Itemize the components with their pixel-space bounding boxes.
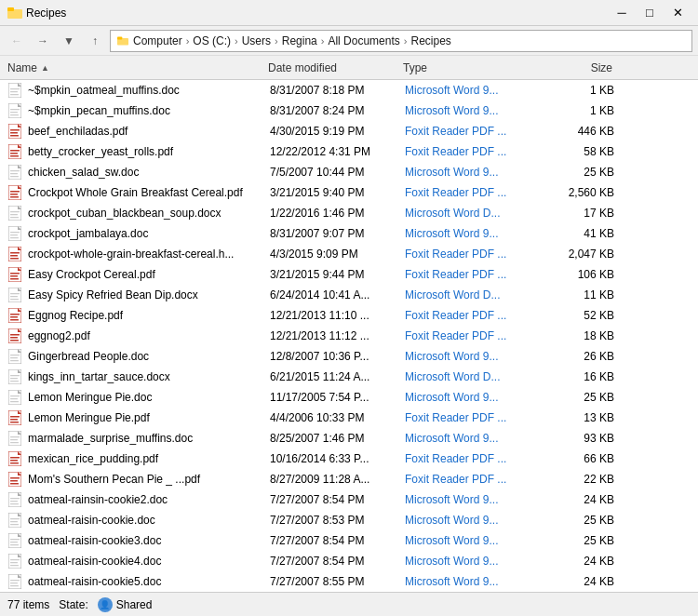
svg-rect-56 — [10, 293, 20, 294]
file-size: 1 KB — [540, 104, 614, 117]
svg-rect-71 — [10, 355, 20, 355]
table-row[interactable]: Crockpot Whole Grain Breakfast Cereal.pd… — [0, 182, 698, 203]
table-row[interactable]: oatmeal-raisin-cookie5.doc7/27/2007 8:55… — [0, 571, 698, 592]
table-row[interactable]: mexican_rice_pudding.pdf10/16/2014 6:33 … — [0, 449, 698, 469]
file-date: 12/8/2007 10:36 P... — [270, 350, 405, 363]
table-row[interactable]: ~$mpkin_oatmeal_muffins.doc8/31/2007 8:1… — [0, 80, 698, 100]
recent-button[interactable]: ▼ — [58, 30, 80, 52]
file-type: Foxit Reader PDF ... — [405, 248, 540, 261]
svg-rect-11 — [10, 109, 20, 110]
svg-rect-103 — [10, 483, 19, 485]
maximize-button[interactable]: □ — [637, 3, 663, 23]
address-alldocs[interactable]: All Documents — [328, 34, 399, 47]
table-row[interactable]: chicken_salad_sw.doc7/5/2007 10:44 PMMic… — [0, 162, 698, 182]
table-row[interactable]: Eggnog Recipe.pdf12/21/2013 11:10 ...Fox… — [0, 305, 698, 326]
folder-address-icon — [116, 35, 129, 47]
file-size: 25 KB — [540, 391, 614, 404]
svg-rect-106 — [10, 498, 20, 499]
address-recipes[interactable]: Recipes — [410, 34, 450, 47]
svg-rect-28 — [10, 176, 19, 177]
file-name: mexican_rice_pudding.pdf — [28, 452, 270, 465]
svg-rect-61 — [10, 314, 20, 315]
state-icon: 👤 — [98, 597, 113, 612]
svg-rect-123 — [10, 565, 19, 566]
svg-rect-42 — [10, 234, 18, 235]
file-size: 106 KB — [540, 268, 614, 281]
table-row[interactable]: oatmeal-raisin-cookie3.doc7/27/2007 8:54… — [0, 530, 698, 551]
file-size: 41 KB — [540, 227, 614, 240]
svg-rect-41 — [10, 232, 20, 233]
svg-rect-13 — [10, 114, 19, 115]
svg-rect-93 — [10, 442, 19, 443]
svg-rect-116 — [10, 539, 20, 540]
status-bar: 77 items State: 👤 Shared — [0, 592, 698, 616]
table-row[interactable]: eggnog2.pdf12/21/2013 11:12 ...Foxit Rea… — [0, 326, 698, 346]
table-row[interactable]: oatmeal-rainsin-cookie2.doc7/27/2007 8:5… — [0, 489, 698, 510]
svg-rect-107 — [10, 501, 18, 502]
col-header-size[interactable]: Size — [538, 61, 612, 74]
file-date: 4/30/2015 9:19 PM — [270, 125, 405, 138]
table-row[interactable]: kings_inn_tartar_sauce.docx6/21/2015 11:… — [0, 367, 698, 387]
svg-rect-87 — [10, 419, 18, 421]
table-row[interactable]: crockpot-whole-grain-breakfast-cereal.h.… — [0, 244, 698, 264]
col-header-name[interactable]: Name ▲ — [7, 61, 268, 74]
table-row[interactable]: oatmeal-raisin-cookie.doc7/27/2007 8:53 … — [0, 510, 698, 530]
address-drive[interactable]: OS (C:) — [193, 34, 231, 47]
table-row[interactable]: Mom's Southern Pecan Pie _ ...pdf8/27/20… — [0, 469, 698, 489]
minimize-button[interactable]: ─ — [609, 3, 635, 23]
address-users[interactable]: Users — [242, 34, 271, 47]
col-header-type[interactable]: Type — [403, 61, 538, 74]
address-regina[interactable]: Regina — [282, 34, 317, 47]
file-date: 12/21/2013 11:10 ... — [270, 309, 405, 322]
svg-rect-27 — [10, 173, 18, 174]
svg-rect-83 — [10, 401, 19, 402]
file-date: 3/21/2015 9:40 PM — [270, 186, 405, 199]
table-row[interactable]: betty_crocker_yeast_rolls.pdf12/22/2012 … — [0, 141, 698, 162]
up-button[interactable]: ↑ — [84, 30, 106, 52]
file-name: crockpot_cuban_blackbean_soup.docx — [28, 207, 270, 220]
file-date: 7/27/2007 8:53 PM — [270, 514, 405, 527]
file-size: 24 KB — [540, 575, 614, 588]
table-row[interactable]: Easy Crockpot Cereal.pdf3/21/2015 9:44 P… — [0, 264, 698, 285]
pdf-icon — [7, 185, 22, 200]
table-row[interactable]: Gingerbread People.doc12/8/2007 10:36 P.… — [0, 346, 698, 367]
file-size: 17 KB — [540, 207, 614, 220]
close-button[interactable]: ✕ — [664, 3, 691, 23]
window-title: Recipes — [26, 7, 66, 20]
svg-rect-21 — [10, 150, 20, 152]
table-row[interactable]: crockpot_cuban_blackbean_soup.docx1/22/2… — [0, 203, 698, 223]
svg-rect-58 — [10, 299, 19, 300]
file-type: Foxit Reader PDF ... — [405, 411, 540, 424]
file-size: 93 KB — [540, 432, 614, 445]
file-date: 7/27/2007 8:54 PM — [270, 555, 405, 568]
table-row[interactable]: oatmeal-raisin-cookie4.doc7/27/2007 8:54… — [0, 551, 698, 571]
file-type: Microsoft Word 9... — [405, 493, 540, 506]
file-size: 16 KB — [540, 370, 614, 383]
table-row[interactable]: beef_enchiladas.pdf4/30/2015 9:19 PMFoxi… — [0, 121, 698, 141]
table-row[interactable]: crockpot_jambalaya.doc8/31/2007 9:07 PMM… — [0, 223, 698, 244]
svg-rect-76 — [10, 375, 20, 376]
address-bar[interactable]: Computer › OS (C:) › Users › Regina › Al… — [110, 30, 692, 52]
back-button[interactable]: ← — [6, 30, 28, 52]
svg-rect-22 — [10, 153, 18, 154]
table-row[interactable]: Easy Spicy Refried Bean Dip.docx6/24/201… — [0, 285, 698, 305]
svg-rect-18 — [10, 135, 19, 137]
file-name: kings_inn_tartar_sauce.docx — [28, 370, 270, 383]
file-name: oatmeal-raisin-cookie5.doc — [28, 575, 270, 588]
table-row[interactable]: Lemon Meringue Pie.pdf4/4/2006 10:33 PMF… — [0, 408, 698, 428]
table-row[interactable]: ~$mpkin_pecan_muffins.doc8/31/2007 8:24 … — [0, 100, 698, 121]
svg-rect-62 — [10, 316, 18, 318]
svg-rect-46 — [10, 252, 20, 254]
svg-rect-102 — [10, 480, 18, 482]
svg-rect-67 — [10, 337, 18, 339]
table-row[interactable]: Lemon Meringue Pie.doc11/17/2005 7:54 P.… — [0, 387, 698, 408]
file-type: Microsoft Word 9... — [405, 391, 540, 404]
file-size: 13 KB — [540, 411, 614, 424]
table-row[interactable]: marmalade_surprise_muffins.doc8/25/2007 … — [0, 428, 698, 449]
address-computer[interactable]: Computer — [133, 34, 182, 47]
file-type: Foxit Reader PDF ... — [405, 473, 540, 486]
forward-button[interactable]: → — [32, 30, 54, 52]
pdf-icon — [7, 267, 22, 282]
col-header-date[interactable]: Date modified — [268, 61, 403, 74]
file-type: Microsoft Word 9... — [405, 227, 540, 240]
